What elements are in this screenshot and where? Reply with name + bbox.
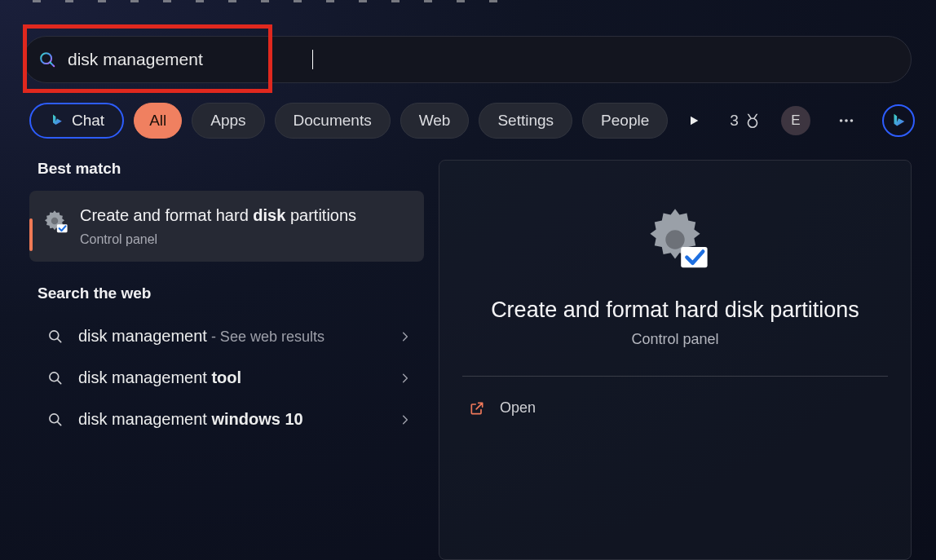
ellipsis-icon [837, 112, 855, 130]
bing-button[interactable] [882, 104, 915, 137]
best-title-bold: disk [253, 206, 285, 224]
play-overflow-button[interactable] [678, 104, 710, 137]
search-area [23, 26, 912, 83]
best-match-text: Create and format hard disk partitions C… [80, 204, 356, 247]
preview-panel: Create and format hard disk partitions C… [439, 160, 912, 560]
web-result-text: disk management tool [78, 368, 385, 387]
header-right-cluster: 3 E [678, 104, 915, 137]
search-icon [47, 329, 64, 345]
filter-settings[interactable]: Settings [479, 103, 572, 139]
search-icon [38, 51, 56, 68]
filter-settings-label: Settings [497, 112, 554, 130]
bing-icon [890, 112, 907, 130]
web-result-2-bold: windows 10 [211, 410, 302, 428]
svg-point-5 [850, 119, 853, 122]
chevron-right-icon [400, 373, 411, 384]
web-result-2[interactable]: disk management windows 10 [29, 399, 424, 440]
gear-check-icon [41, 207, 68, 235]
gear-check-large-icon [638, 203, 712, 276]
web-result-text: disk management windows 10 [78, 410, 385, 429]
web-result-2-q: disk management [78, 410, 211, 428]
medal-icon [744, 112, 762, 130]
web-result-1[interactable]: disk management tool [29, 357, 424, 399]
filter-web-label: Web [419, 112, 451, 130]
search-icon [47, 412, 64, 428]
best-match-result[interactable]: Create and format hard disk partitions C… [29, 191, 424, 262]
rewards-count: 3 [730, 112, 739, 130]
filter-chat[interactable]: Chat [29, 103, 124, 139]
filter-row: Chat All Apps Documents Web Settings Peo… [29, 103, 912, 139]
filter-people[interactable]: People [582, 103, 668, 139]
text-cursor [312, 50, 313, 69]
svg-point-2 [748, 118, 757, 127]
results-column: Best match Create and format hard disk p… [29, 160, 424, 560]
more-options-button[interactable] [830, 104, 863, 137]
filter-all-label: All [149, 112, 166, 130]
filter-documents-label: Documents [294, 112, 372, 130]
svg-point-4 [845, 119, 848, 122]
window-top-marks [33, 0, 903, 3]
preview-title: Create and format hard disk partitions [491, 298, 859, 323]
divider [462, 376, 888, 377]
web-result-text: disk management - See web results [78, 327, 385, 346]
web-result-0-suffix: - See web results [207, 329, 325, 345]
filter-apps-label: Apps [210, 112, 245, 130]
search-bar[interactable] [23, 36, 912, 83]
filter-people-label: People [601, 112, 649, 130]
chevron-right-icon [400, 414, 411, 426]
search-input[interactable] [68, 50, 312, 69]
web-result-1-bold: tool [211, 368, 241, 386]
avatar-initial: E [791, 112, 800, 129]
bing-chat-icon [49, 112, 65, 129]
search-icon [47, 370, 64, 386]
user-avatar[interactable]: E [781, 106, 810, 135]
filter-documents[interactable]: Documents [275, 103, 391, 139]
play-icon [687, 114, 700, 127]
filter-apps[interactable]: Apps [192, 103, 264, 139]
filter-chat-label: Chat [72, 112, 104, 130]
best-match-subtitle: Control panel [80, 232, 356, 247]
section-best-match: Best match [38, 160, 424, 178]
best-title-suffix: partitions [285, 206, 356, 224]
rewards-indicator[interactable]: 3 [730, 112, 762, 130]
svg-point-14 [665, 230, 684, 249]
svg-line-11 [58, 380, 61, 383]
section-search-web: Search the web [38, 284, 424, 302]
open-action[interactable]: Open [462, 391, 888, 425]
svg-line-13 [58, 421, 61, 425]
preview-subtitle: Control panel [631, 331, 718, 348]
web-result-0-q: disk management [78, 327, 207, 345]
open-external-icon [469, 400, 485, 417]
web-result-1-q: disk management [78, 368, 211, 386]
best-match-title: Create and format hard disk partitions [80, 204, 356, 227]
content-area: Best match Create and format hard disk p… [29, 160, 912, 560]
filter-all[interactable]: All [134, 103, 182, 139]
chevron-right-icon [400, 331, 411, 342]
svg-point-3 [840, 119, 843, 122]
best-title-prefix: Create and format hard [80, 206, 253, 224]
open-label: Open [500, 399, 536, 417]
svg-point-6 [51, 218, 59, 225]
svg-line-9 [58, 338, 61, 342]
svg-line-1 [51, 63, 55, 67]
web-result-0[interactable]: disk management - See web results [29, 315, 424, 357]
filter-web[interactable]: Web [400, 103, 470, 139]
